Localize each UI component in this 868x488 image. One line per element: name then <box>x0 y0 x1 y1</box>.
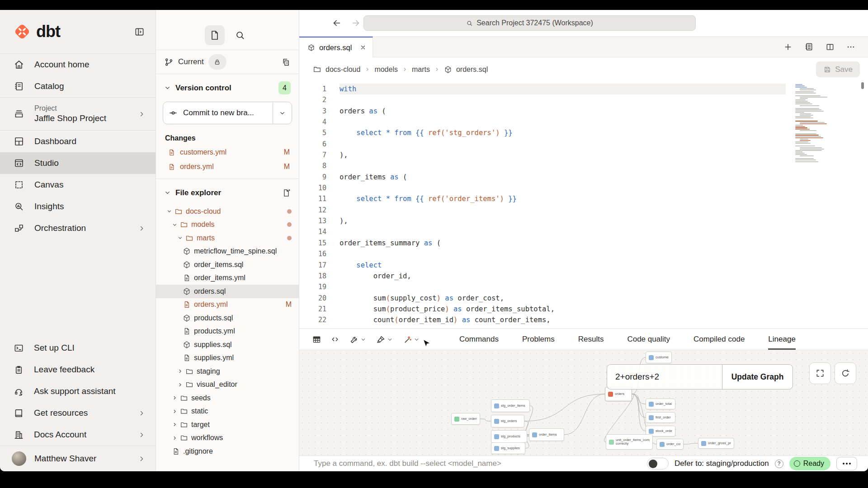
tree-item-staging[interactable]: staging <box>156 365 299 378</box>
tree-item-orders-sql[interactable]: orders.sql <box>156 285 299 298</box>
refresh-button[interactable] <box>835 362 856 384</box>
split-editor-icon[interactable] <box>826 42 835 52</box>
tab-commands[interactable]: Commands <box>459 329 499 350</box>
status-badge[interactable]: Ready <box>789 457 830 470</box>
chevron-down-icon[interactable] <box>387 337 393 343</box>
sidebar-item-dashboard[interactable]: Dashboard <box>0 131 156 152</box>
lineage-node-order_items[interactable]: order_items <box>529 428 564 441</box>
sidebar-item-set-up-cli[interactable]: Set up CLI <box>0 337 156 359</box>
fullscreen-button[interactable] <box>809 362 831 384</box>
lineage-node-customers[interactable]: customers <box>646 352 672 363</box>
sidebar-item-account-home[interactable]: Account home <box>0 54 156 75</box>
help-question-icon[interactable]: ? <box>775 460 783 468</box>
format-brush-icon[interactable] <box>376 335 393 344</box>
tree-item-products-sql[interactable]: products.sql <box>156 311 299 325</box>
lineage-node-raw_orders[interactable]: raw_orders <box>451 413 480 425</box>
update-graph-button[interactable]: Update Graph <box>722 364 793 389</box>
copy-icon[interactable] <box>281 57 291 67</box>
tab-results[interactable]: Results <box>578 329 604 350</box>
sidebar-item-leave-feedback[interactable]: Leave feedback <box>0 359 156 380</box>
tree-item-visual-editor[interactable]: visual_editor <box>156 378 299 392</box>
more-actions-button[interactable] <box>836 457 857 470</box>
commit-dropdown-button[interactable] <box>273 102 292 124</box>
project-search-input[interactable]: Search Project 372475 (Workspace) <box>363 15 696 31</box>
tab-code-quality[interactable]: Code quality <box>627 329 670 350</box>
sidebar-item-ask-support-assistant[interactable]: Ask support assistant <box>0 380 156 402</box>
tree-item-marts[interactable]: marts <box>156 231 299 245</box>
save-button[interactable]: Save <box>816 61 860 77</box>
lineage-node-first_order[interactable]: first_order <box>646 412 675 423</box>
lineage-node-unit_test[interactable]: unit_order_items_compare_is_tests correc… <box>606 434 653 450</box>
sidebar-item-catalog[interactable]: Catalog <box>0 75 156 97</box>
code-editor[interactable]: 1with23orders as (45 select * from {{ re… <box>299 81 868 328</box>
breadcrumb-item[interactable]: models <box>374 66 398 74</box>
chevron-down-icon[interactable] <box>166 208 173 214</box>
lineage-node-order_total[interactable]: order_total <box>646 399 675 409</box>
tree-item-metricflow-time-spine-sql[interactable]: metricflow_time_spine.sql <box>156 245 299 258</box>
tab-problems[interactable]: Problems <box>522 329 555 350</box>
commit-button[interactable]: Commit to new bra... <box>163 102 292 124</box>
search-view-button[interactable] <box>230 25 250 45</box>
breadcrumb-item[interactable]: docs-cloud <box>326 66 360 74</box>
chevron-right-icon[interactable] <box>172 408 178 414</box>
tab-compiled-code[interactable]: Compiled code <box>693 329 745 350</box>
version-control-header[interactable]: Version control 4 <box>156 74 299 99</box>
tree-item-products-yml[interactable]: products.yml <box>156 325 299 338</box>
branch-row[interactable]: Current <box>156 50 299 74</box>
sidebar-item-jaffle-shop-project[interactable]: ProjectJaffle Shop Project <box>0 98 156 130</box>
lineage-node-stg_orders[interactable]: stg_orders <box>491 415 524 427</box>
preview-table-icon[interactable] <box>312 335 321 344</box>
sidebar-item-insights[interactable]: Insights <box>0 196 156 217</box>
tree-item-supplies-yml[interactable]: supplies.yml <box>156 352 299 365</box>
tree-item-models[interactable]: models <box>156 218 299 232</box>
breadcrumb-file[interactable]: orders.sql <box>456 66 488 74</box>
tree-item-order-items-sql[interactable]: order_items.sql <box>156 258 299 272</box>
chevron-right-icon[interactable] <box>177 382 184 388</box>
tree-item-orders-yml[interactable]: orders.ymlM <box>156 298 299 312</box>
chevron-down-icon[interactable] <box>360 337 366 343</box>
changed-file-customers-yml[interactable]: customers.ymlM <box>156 145 299 160</box>
chevron-right-icon[interactable] <box>172 435 178 441</box>
chevron-right-icon[interactable] <box>177 368 184 374</box>
sidebar-item-canvas[interactable]: Canvas <box>0 174 156 196</box>
tree-item-static[interactable]: static <box>156 405 299 418</box>
lineage-node-stg_products[interactable]: stg_products <box>491 430 527 443</box>
new-file-icon[interactable] <box>282 186 291 199</box>
command-input[interactable] <box>314 459 647 468</box>
tree-item-order-items-yml[interactable]: order_items.yml <box>156 272 299 285</box>
defer-toggle[interactable] <box>647 458 669 469</box>
tree-item-seeds[interactable]: seeds <box>156 391 299 405</box>
tree-item--gitignore[interactable]: .gitignore <box>156 445 299 458</box>
lineage-node-order_cost[interactable]: order_cost <box>656 439 684 450</box>
breadcrumb-item[interactable]: marts <box>412 66 430 74</box>
notebook-icon[interactable] <box>804 42 814 52</box>
chevron-down-icon[interactable] <box>172 222 178 228</box>
chevron-down-icon[interactable] <box>177 235 184 241</box>
forward-arrow-icon[interactable] <box>351 18 361 28</box>
sidebar-item-docs-account[interactable]: Docs Account <box>0 424 156 446</box>
sidebar-item-user[interactable]: Matthew Shaver <box>0 446 156 471</box>
chevron-right-icon[interactable] <box>172 395 178 401</box>
tree-item-workflows[interactable]: workflows <box>156 432 299 445</box>
chevron-right-icon[interactable] <box>172 422 178 427</box>
sidebar-collapse-icon[interactable] <box>134 27 145 37</box>
build-wrench-icon[interactable] <box>349 335 366 344</box>
lineage-node-order_gross_profit[interactable]: order_gross_profit <box>698 438 734 449</box>
fix-wand-icon[interactable] <box>403 335 420 344</box>
lineage-node-stg_supplies[interactable]: stg_supplies <box>491 442 525 454</box>
changed-file-orders-yml[interactable]: orders.ymlM <box>156 160 299 174</box>
sidebar-item-get-resources[interactable]: Get resources <box>0 402 156 424</box>
sidebar-item-orchestration[interactable]: Orchestration <box>0 217 156 239</box>
tree-item-supplies-sql[interactable]: supplies.sql <box>156 338 299 352</box>
lineage-node-stg_order_items[interactable]: stg_order_items <box>491 399 530 412</box>
tree-item-docs-cloud[interactable]: docs-cloud <box>156 205 299 218</box>
tree-item-target[interactable]: target <box>156 418 299 432</box>
file-explorer-header[interactable]: File explorer <box>156 178 299 204</box>
tab-lineage[interactable]: Lineage <box>768 329 796 350</box>
close-icon[interactable] <box>360 44 366 51</box>
sidebar-item-studio[interactable]: Studio <box>0 152 156 174</box>
editor-scrollbar[interactable] <box>861 82 864 89</box>
new-tab-plus-icon[interactable] <box>783 42 793 52</box>
files-view-button[interactable] <box>205 25 225 45</box>
tab-orders-sql[interactable]: orders.sql <box>299 37 373 57</box>
